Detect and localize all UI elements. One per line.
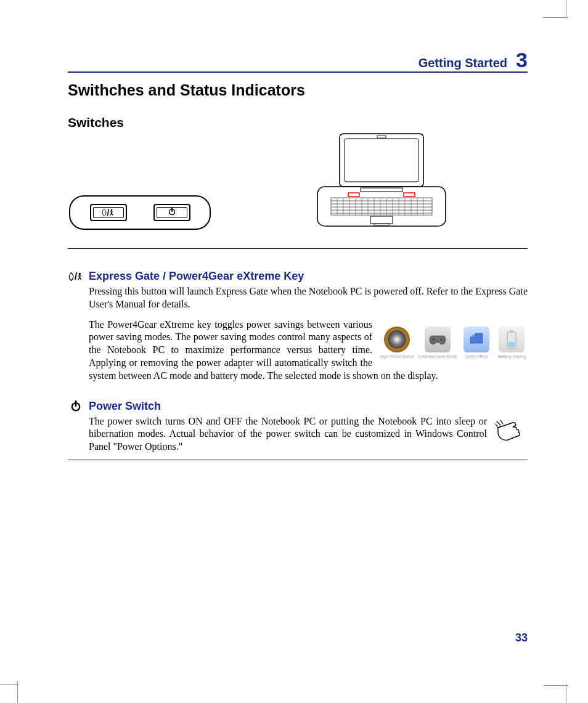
power-icon [168, 207, 176, 218]
section-title: Swithches and Status Indicators [68, 81, 528, 99]
svg-point-1 [169, 209, 174, 215]
svg-point-34 [440, 338, 442, 340]
switches-figure-row: / [68, 137, 528, 230]
svg-point-0 [111, 209, 113, 211]
express-gate-title: Express Gate / Power4Gear eXtreme Key [89, 270, 304, 283]
svg-rect-5 [377, 136, 386, 138]
switch-panel-figure: / [68, 150, 211, 230]
power-icon [68, 400, 84, 412]
switches-subtitle: Switches [68, 115, 528, 130]
svg-rect-37 [508, 342, 515, 347]
express-gate-power4gear-icon: / [68, 272, 84, 282]
mode-battery-saving: Battery Saving [496, 319, 528, 359]
power-key-figure [153, 204, 190, 221]
express-gate-paragraph-1: Pressing this button will launch Express… [89, 285, 528, 311]
svg-rect-6 [361, 188, 402, 192]
mode-label: Entertainment Mode [418, 354, 457, 359]
express-gate-section: / Express Gate / Power4Gear eXtreme Key … [68, 270, 528, 383]
svg-point-33 [433, 338, 435, 340]
page-number: 33 [515, 632, 528, 644]
power-switch-paragraph: The power switch turns ON and OFF the No… [89, 416, 487, 452]
mode-high-performance: High Performance [380, 319, 414, 359]
power-switch-section: Power Switch The power switch turns ON a… [68, 400, 528, 453]
laptop-diagram [235, 131, 528, 230]
running-header-title: Getting Started [419, 56, 507, 70]
express-gate-key-figure: / [90, 204, 127, 221]
svg-rect-36 [510, 330, 513, 333]
mode-quiet-office: Quiet Office [460, 319, 492, 359]
express-gate-icon: / [100, 208, 116, 217]
svg-rect-4 [345, 139, 419, 182]
mode-label: High Performance [380, 354, 414, 359]
svg-rect-30 [370, 216, 393, 224]
chapter-number: 3 [516, 49, 528, 70]
mode-entertainment: Entertainment Mode [418, 319, 457, 359]
mode-label: Quiet Office [465, 354, 488, 359]
power-switch-title: Power Switch [89, 400, 161, 413]
svg-rect-31 [374, 224, 389, 226]
power-modes-strip: High Performance Entertainment Mode Quie… [380, 319, 528, 359]
switch-panel: / [69, 195, 211, 230]
running-header: Getting Started 3 [68, 49, 528, 73]
svg-rect-9 [331, 198, 432, 215]
svg-point-32 [79, 272, 81, 275]
divider [68, 248, 528, 249]
mode-label: Battery Saving [498, 354, 526, 359]
hand-pointing-icon [494, 417, 528, 446]
divider [68, 460, 528, 460]
